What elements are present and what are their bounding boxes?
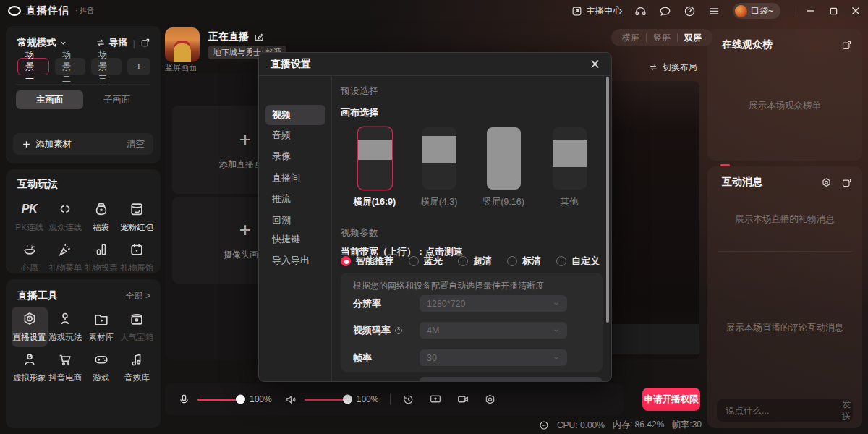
tool-popularity-box[interactable]: 人气宝箱 <box>119 307 156 347</box>
dialog-close-icon[interactable] <box>590 59 600 69</box>
slider-knob[interactable] <box>343 395 352 404</box>
framerate-label: 帧率 <box>353 352 372 365</box>
dialog-tab-hotkeys[interactable]: 快捷键 <box>272 233 300 246</box>
tool-virtual-avatar[interactable]: 虚拟形象 <box>12 347 48 388</box>
username: 口袋~ <box>751 5 773 17</box>
resolution-select[interactable]: 1280*720 <box>420 295 567 312</box>
add-scene-button[interactable]: + <box>127 58 150 75</box>
quality-radio-group: 智能推荐 蓝光 超清 标清 自定义 <box>341 255 600 268</box>
popout-icon[interactable] <box>140 38 150 48</box>
user-account-button[interactable]: 口袋~ <box>733 3 780 19</box>
settings-gear-icon[interactable] <box>484 393 496 406</box>
send-button[interactable]: 发送 <box>842 399 851 423</box>
maximize-button[interactable] <box>828 7 838 15</box>
dialog-tab-audio[interactable]: 音频 <box>272 129 291 142</box>
speaker-volume-slider[interactable] <box>305 399 349 401</box>
tool-game-play[interactable]: 游戏玩法 <box>48 307 84 347</box>
mode-landscape[interactable]: 横屏 <box>616 32 646 44</box>
clear-button[interactable]: 清空 <box>127 138 145 150</box>
tab-main-view[interactable]: 主画面 <box>16 90 83 109</box>
dialog-tab-video[interactable]: 视频 <box>265 105 326 125</box>
switch-layout-button[interactable]: 切换布局 <box>649 61 697 74</box>
interact-item-pk[interactable]: PK PK连线 <box>12 197 48 237</box>
dialog-tab-import-export[interactable]: 导入导出 <box>272 254 310 267</box>
tool-sound-lib[interactable]: 音效库 <box>119 347 156 388</box>
help-circle-icon[interactable] <box>394 326 403 335</box>
sound-lib-icon <box>129 352 145 367</box>
dialog-tab-room[interactable]: 直播间 <box>272 171 300 184</box>
popularity-box-icon <box>129 311 145 327</box>
radio-selected <box>341 256 351 266</box>
dialog-scrollbar[interactable] <box>606 77 609 323</box>
mic-volume-slider[interactable] <box>197 399 242 401</box>
customer-service-icon[interactable] <box>634 5 647 17</box>
speaker-icon[interactable] <box>285 393 297 406</box>
preset-section-label: 预设选择 <box>341 85 378 98</box>
canvas-option-16-9[interactable]: 横屏(16:9) <box>343 127 407 208</box>
canvas-option-other[interactable]: 其他 <box>537 127 601 208</box>
gift-menu-icon <box>57 242 73 258</box>
dialog-tab-push[interactable]: 推流 <box>272 192 291 205</box>
chat-input[interactable] <box>726 406 842 416</box>
canvas-option-9-16[interactable]: 竖屏(9:16) <box>472 127 535 208</box>
quality-bluray[interactable]: 蓝光 <box>409 255 443 268</box>
tool-material-lib[interactable]: 素材库 <box>83 307 119 347</box>
microphone-icon[interactable] <box>178 393 190 406</box>
view-tabs: 主画面 子画面 <box>16 84 150 109</box>
quality-custom[interactable]: 自定义 <box>556 255 600 268</box>
apply-broadcast-permission-button[interactable]: 申请开播权限 <box>642 388 700 411</box>
interact-item-audience-link[interactable]: 观众连线 <box>48 197 84 237</box>
interact-item-red-packet[interactable]: 宠粉红包 <box>119 197 156 237</box>
scene-tab-2[interactable]: 场景二 <box>55 58 85 75</box>
popout-icon[interactable] <box>841 177 852 188</box>
next-field-partial <box>420 377 602 382</box>
canvas-thumb <box>358 127 392 190</box>
tools-all-link[interactable]: 全部 > <box>126 290 150 302</box>
popout-icon[interactable] <box>841 40 852 51</box>
screen-share-icon[interactable] <box>429 393 442 406</box>
tool-ecommerce[interactable]: 抖音电商 <box>48 347 84 388</box>
interact-item-gift-hall[interactable]: 礼物展馆 <box>119 237 156 278</box>
interact-item-gift-menu[interactable]: 礼物菜单 <box>48 237 84 278</box>
audience-placeholder: 展示本场观众榜单 <box>707 100 862 112</box>
anchor-center-button[interactable]: 主播中心 <box>571 5 622 17</box>
interact-title: 互动玩法 <box>12 178 155 191</box>
live-settings-dialog: 直播设置 视频 音频 录像 直播间 推流 回溯 快捷键 导入导出 预设选择 画布… <box>258 52 612 382</box>
live-status-label: 正在直播 <box>208 30 249 43</box>
bitrate-select[interactable]: 4M <box>420 322 567 339</box>
canvas-option-4-3[interactable]: 横屏(4:3) <box>407 127 471 208</box>
feedback-icon[interactable] <box>659 5 671 17</box>
tool-live-settings[interactable]: 直播设置 <box>12 307 48 347</box>
dialog-tab-replay[interactable]: 回溯 <box>272 214 291 227</box>
mode-portrait[interactable]: 竖屏 <box>647 32 677 44</box>
scene-tab-1[interactable]: 场景一 <box>17 58 49 75</box>
quality-smart[interactable]: 智能推荐 <box>341 255 393 268</box>
quality-standard[interactable]: 标清 <box>507 255 541 268</box>
director-button[interactable]: 导播 | <box>95 36 150 49</box>
dialog-sidebar: 视频 音频 录像 直播间 推流 回溯 快捷键 导入导出 <box>259 77 332 381</box>
interact-item-lucky-bag[interactable]: 福袋 <box>83 197 119 237</box>
scene-tab-3[interactable]: 场景三 <box>91 58 122 75</box>
mode-dual[interactable]: 双屏 <box>678 32 708 44</box>
replay-icon[interactable] <box>402 393 414 406</box>
add-material-button[interactable]: 添加素材 <box>35 138 72 150</box>
messages-settings-icon[interactable] <box>821 177 832 188</box>
framerate-select[interactable]: 30 <box>420 349 567 366</box>
minimize-button[interactable] <box>806 7 816 15</box>
tool-game[interactable]: 游戏 <box>83 347 119 388</box>
close-button[interactable] <box>851 7 861 15</box>
interact-item-wish[interactable]: 心愿 <box>12 237 48 278</box>
mode-selector[interactable]: 常规模式 <box>17 36 67 49</box>
main-menu-icon[interactable] <box>708 5 720 17</box>
tab-sub-view[interactable]: 子画面 <box>83 90 150 109</box>
slider-knob[interactable] <box>236 395 245 404</box>
app-subtitle: · 抖音 <box>75 6 94 16</box>
help-icon[interactable] <box>684 5 696 17</box>
memory-stat: 内存: 86.42% <box>613 419 664 431</box>
dialog-tab-record[interactable]: 录像 <box>272 150 291 163</box>
interaction-messages-panel: 互动消息 展示本场直播的礼物消息 展示本场直播的评论互动消息 发送 <box>707 166 862 428</box>
edit-icon[interactable] <box>254 32 264 42</box>
interact-item-gift-vote[interactable]: 礼物投票 <box>83 237 119 278</box>
quality-ultra[interactable]: 超清 <box>458 255 492 268</box>
camera-icon[interactable] <box>456 393 469 406</box>
